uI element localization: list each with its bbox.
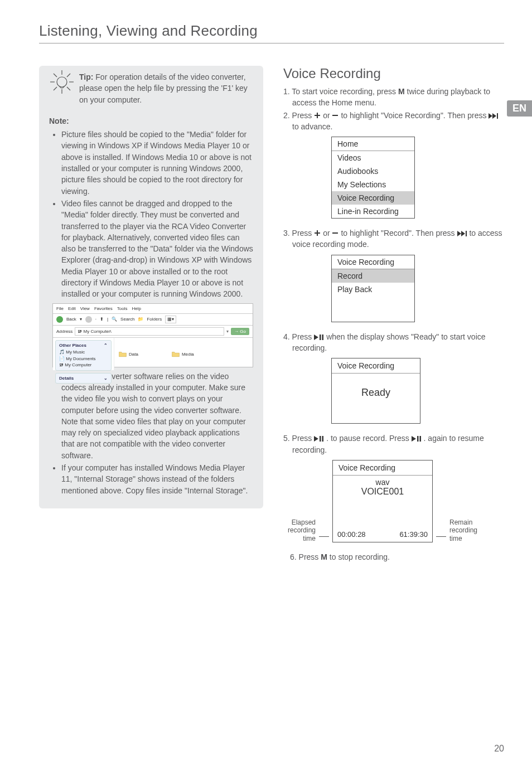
next-icon — [489, 113, 499, 119]
back-icon — [56, 316, 63, 323]
section-title: Voice Recording — [283, 66, 504, 81]
svg-rect-12 — [322, 436, 324, 442]
after-shot-text: This video converter software relies on … — [61, 371, 253, 461]
menu-item: Line-in Recording — [332, 205, 414, 218]
tip-text: Tip: For operation details of the video … — [49, 71, 253, 105]
forward-icon — [85, 316, 92, 323]
menu-item: Tools — [117, 306, 128, 312]
svg-rect-9 — [320, 334, 321, 340]
screen-title: Voice Recording — [332, 358, 420, 374]
svg-line-5 — [54, 74, 57, 77]
elapsed-label: Elapsed recording time — [283, 518, 316, 542]
menu-title: Home — [332, 137, 414, 151]
folders-label: Folders — [147, 316, 162, 323]
language-tab: EN — [507, 100, 532, 117]
connector-line — [319, 536, 329, 537]
play-pause-icon — [314, 436, 324, 442]
go-button: → Go — [231, 328, 249, 336]
search-label: Search — [120, 316, 134, 323]
left-column: Tip: For operation details of the video … — [39, 66, 263, 564]
rec-format: wav — [333, 478, 432, 487]
play-pause-icon — [314, 334, 324, 340]
minus-icon — [332, 230, 338, 236]
m-button-label: M — [321, 552, 327, 561]
explorer-menubar: File Edit View Favorites Tools Help — [53, 304, 253, 314]
address-field: 🖳 My Computer\ — [75, 327, 224, 336]
explorer-sidepane: Other Places⌃ 🎵 My Music 📄 My Documents … — [53, 338, 114, 370]
search-icon: 🔍 — [112, 316, 117, 323]
panel-item: 📄 My Documents — [59, 356, 108, 362]
panel-title: Details — [59, 375, 74, 382]
svg-line-8 — [67, 74, 70, 77]
note-label: Note: — [49, 115, 253, 127]
panel-item: 🎵 My Music — [59, 349, 108, 356]
step-4: 4. Press when the display shows "Ready" … — [283, 331, 504, 354]
note-item: Video files cannot be dragged and droppe… — [61, 198, 253, 300]
views-icon: ▦▾ — [165, 316, 176, 323]
tip-label: Tip: — [79, 72, 93, 81]
page-number: 20 — [494, 744, 504, 754]
step-3: 3. Press or to highlight "Record". Then … — [283, 227, 504, 250]
svg-line-6 — [67, 87, 70, 90]
svg-line-7 — [54, 87, 57, 90]
next-icon — [457, 231, 467, 236]
remain-time: 61:39:30 — [399, 530, 428, 539]
ready-screen: Voice Recording Ready — [331, 358, 420, 424]
step-6: 6. Press M to stop recording. — [290, 551, 504, 563]
note-item: Picture files should be copied to the "M… — [61, 129, 253, 197]
explorer-screenshot: File Edit View Favorites Tools Help Back… — [52, 303, 253, 367]
sun-icon — [49, 69, 75, 98]
rec-filename: VOICE001 — [333, 487, 432, 497]
menu-item: Help — [132, 306, 141, 312]
svg-rect-11 — [320, 436, 321, 442]
folders-icon: 📁 — [138, 316, 143, 323]
step-1: 1. To start voice recording, press M twi… — [283, 86, 504, 109]
back-label: Back — [66, 316, 76, 323]
up-icon: ⬆ — [100, 316, 104, 323]
menu-title: Voice Recording — [332, 255, 414, 269]
folder-item: Media — [172, 341, 194, 367]
plus-icon — [314, 230, 321, 236]
right-column: Voice Recording 1. To start voice record… — [283, 66, 504, 564]
elapsed-time: 00:00:28 — [337, 530, 366, 539]
screen-title: Voice Recording — [333, 460, 432, 476]
panel-item: 🖳 My Computer — [59, 362, 108, 369]
menu-item-highlighted: Record — [332, 269, 414, 283]
explorer-toolbar: Back ▾ · ⬆ | 🔍 Search 📁 Folders ▦▾ — [53, 314, 253, 326]
address-label: Address — [56, 328, 72, 335]
svg-rect-13 — [417, 436, 419, 442]
note-list-2: If your computer has installed Windows M… — [49, 462, 253, 496]
voice-recording-menu: Voice Recording Record Play Back — [331, 255, 415, 322]
plus-icon — [314, 112, 321, 119]
panel-title: Other Places — [59, 342, 86, 349]
recording-diagram: Elapsed recording time Voice Recording w… — [283, 460, 504, 542]
tip-box: Tip: For operation details of the video … — [39, 66, 263, 508]
menu-item: Videos — [332, 151, 414, 164]
minus-icon — [332, 112, 338, 119]
play-pause-icon — [412, 436, 422, 442]
note-list: Picture files should be copied to the "M… — [49, 129, 253, 299]
note-item: If your computer has installed Windows M… — [61, 462, 253, 496]
menu-item-highlighted: Voice Recording — [332, 191, 414, 205]
explorer-addressbar: Address 🖳 My Computer\ ▾ → Go — [53, 326, 253, 338]
menu-item: Edit — [68, 306, 76, 312]
title-rule — [39, 43, 504, 43]
remain-label: Remain recording time — [449, 518, 482, 542]
explorer-main: Data Media — [114, 338, 253, 370]
recording-screen: Voice Recording wav VOICE001 00:00:28 61… — [332, 460, 433, 542]
menu-item: Play Back — [332, 283, 414, 296]
step-5: 5. Press . to pause record. Press . agai… — [283, 433, 504, 455]
menu-item: View — [80, 306, 90, 312]
step-2: 2. Press or to highlight "Voice Recordin… — [283, 110, 504, 133]
menu-item: My Selections — [332, 178, 414, 191]
menu-item: File — [56, 306, 64, 312]
svg-rect-10 — [322, 334, 324, 340]
svg-point-0 — [57, 77, 67, 87]
folder-item: Data — [119, 341, 138, 367]
m-button-label: M — [398, 87, 405, 96]
connector-line — [436, 536, 446, 537]
svg-rect-14 — [419, 436, 421, 442]
home-menu: Home Videos Audiobooks My Selections Voi… — [331, 137, 415, 219]
tip-body: For operation details of the video conve… — [79, 72, 248, 104]
page-title: Listening, Viewing and Recording — [39, 22, 504, 40]
